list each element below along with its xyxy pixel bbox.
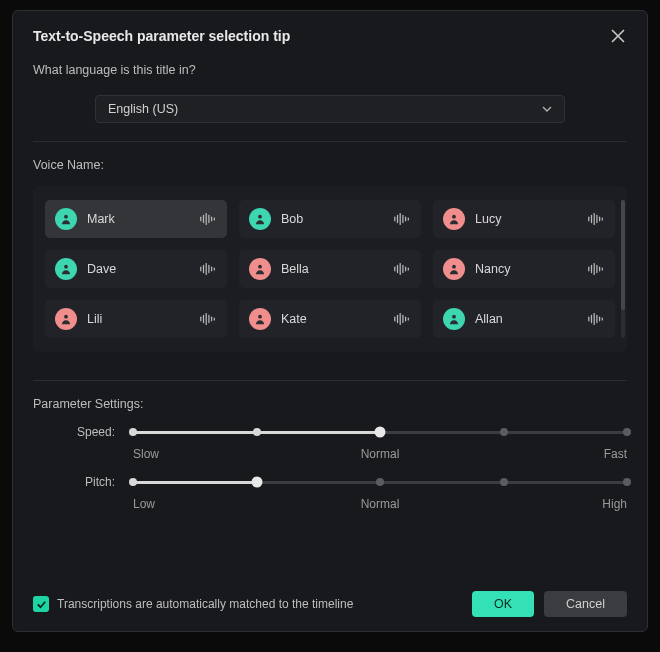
svg-point-21 <box>64 265 68 269</box>
svg-point-49 <box>258 315 262 319</box>
params-label: Parameter Settings: <box>33 397 627 411</box>
language-select[interactable]: English (US) <box>95 95 565 123</box>
speed-high-label: Fast <box>604 447 627 461</box>
avatar-icon <box>249 258 271 280</box>
waveform-icon[interactable] <box>587 212 605 226</box>
svg-point-28 <box>258 265 262 269</box>
close-button[interactable] <box>609 27 627 45</box>
transcription-checkbox[interactable] <box>33 596 49 612</box>
waveform-icon[interactable] <box>393 262 411 276</box>
ok-button[interactable]: OK <box>472 591 534 617</box>
voice-item-label: Bob <box>281 212 383 226</box>
pitch-low-label: Low <box>133 497 155 511</box>
language-question: What language is this title in? <box>33 63 627 77</box>
voice-scrollbar[interactable] <box>621 200 625 338</box>
pitch-high-label: High <box>602 497 627 511</box>
close-icon <box>611 29 625 43</box>
check-icon <box>36 599 47 610</box>
voice-item-bob[interactable]: Bob <box>239 200 421 238</box>
avatar-icon <box>55 208 77 230</box>
svg-point-7 <box>258 215 262 219</box>
speed-low-label: Slow <box>133 447 159 461</box>
speed-slider[interactable] <box>133 431 627 434</box>
dialog-header: Text-to-Speech parameter selection tip <box>33 27 627 45</box>
transcription-checkbox-label: Transcriptions are automatically matched… <box>57 597 353 611</box>
voice-section-label: Voice Name: <box>33 158 627 172</box>
voice-item-label: Dave <box>87 262 189 276</box>
tts-dialog: Text-to-Speech parameter selection tip W… <box>12 10 648 632</box>
waveform-icon[interactable] <box>587 312 605 326</box>
voice-item-label: Allan <box>475 312 577 326</box>
transcription-checkbox-row[interactable]: Transcriptions are automatically matched… <box>33 596 353 612</box>
divider <box>33 141 627 142</box>
pitch-mid-label: Normal <box>361 497 400 511</box>
waveform-icon[interactable] <box>587 262 605 276</box>
svg-point-35 <box>452 265 456 269</box>
voice-scrollbar-thumb[interactable] <box>621 200 625 310</box>
voice-item-lili[interactable]: Lili <box>45 300 227 338</box>
chevron-down-icon <box>542 104 552 114</box>
divider <box>33 380 627 381</box>
language-selected-value: English (US) <box>108 102 178 116</box>
avatar-icon <box>55 308 77 330</box>
waveform-icon[interactable] <box>393 312 411 326</box>
voice-item-nancy[interactable]: Nancy <box>433 250 615 288</box>
voice-item-kate[interactable]: Kate <box>239 300 421 338</box>
pitch-slider-row: Pitch: <box>33 475 627 489</box>
svg-point-14 <box>452 215 456 219</box>
voice-item-label: Bella <box>281 262 383 276</box>
waveform-icon[interactable] <box>199 262 217 276</box>
voice-item-label: Mark <box>87 212 189 226</box>
voice-item-dave[interactable]: Dave <box>45 250 227 288</box>
voice-item-lucy[interactable]: Lucy <box>433 200 615 238</box>
voice-item-label: Lucy <box>475 212 577 226</box>
speed-mid-label: Normal <box>361 447 400 461</box>
avatar-icon <box>249 208 271 230</box>
voice-item-label: Kate <box>281 312 383 326</box>
waveform-icon[interactable] <box>393 212 411 226</box>
svg-point-42 <box>64 315 68 319</box>
speed-slider-row: Speed: <box>33 425 627 439</box>
dialog-title: Text-to-Speech parameter selection tip <box>33 28 290 44</box>
voice-item-mark[interactable]: Mark <box>45 200 227 238</box>
avatar-icon <box>55 258 77 280</box>
voice-item-allan[interactable]: Allan <box>433 300 615 338</box>
avatar-icon <box>443 308 465 330</box>
avatar-icon <box>443 208 465 230</box>
svg-point-56 <box>452 315 456 319</box>
waveform-icon[interactable] <box>199 312 217 326</box>
svg-point-0 <box>64 215 68 219</box>
speed-label: Speed: <box>33 425 133 439</box>
pitch-slider-handle[interactable] <box>251 477 262 488</box>
pitch-label: Pitch: <box>33 475 133 489</box>
dialog-footer: Transcriptions are automatically matched… <box>33 583 627 617</box>
avatar-icon <box>443 258 465 280</box>
voice-panel: MarkBobLucyDaveBellaNancyLiliKateAllan <box>33 186 627 352</box>
voice-item-label: Lili <box>87 312 189 326</box>
voice-item-bella[interactable]: Bella <box>239 250 421 288</box>
voice-item-label: Nancy <box>475 262 577 276</box>
avatar-icon <box>249 308 271 330</box>
pitch-slider[interactable] <box>133 481 627 484</box>
speed-slider-handle[interactable] <box>375 427 386 438</box>
cancel-button[interactable]: Cancel <box>544 591 627 617</box>
waveform-icon[interactable] <box>199 212 217 226</box>
